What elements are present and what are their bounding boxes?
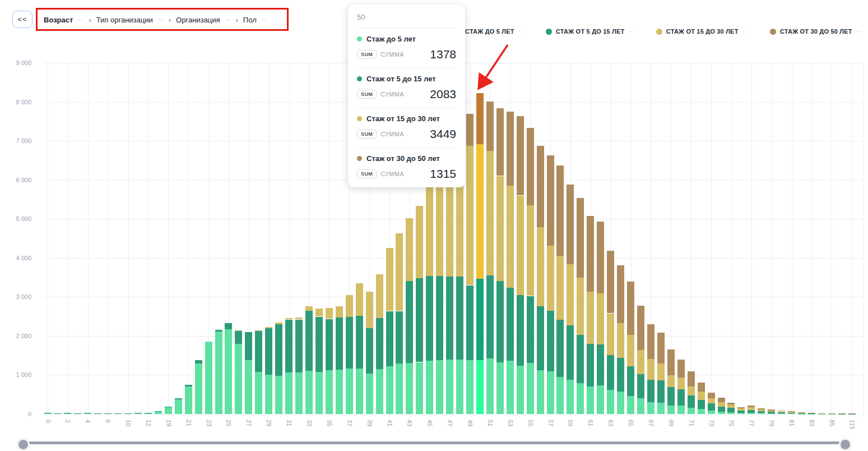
bar-segment[interactable] bbox=[657, 380, 665, 402]
bar-segment[interactable] bbox=[44, 413, 52, 413]
bar-segment[interactable] bbox=[647, 380, 655, 402]
bar-segment[interactable] bbox=[476, 144, 484, 279]
drag-handle-dots-icon[interactable]: ·· bbox=[158, 16, 164, 24]
bar-segment[interactable] bbox=[567, 264, 574, 325]
bar-segment[interactable] bbox=[737, 413, 745, 414]
bar-segment[interactable] bbox=[527, 205, 534, 296]
bar-segment[interactable] bbox=[336, 306, 343, 317]
bar-segment[interactable] bbox=[215, 330, 222, 332]
bar-segment[interactable] bbox=[175, 399, 182, 414]
bar-segment[interactable] bbox=[305, 311, 313, 371]
bar-segment[interactable] bbox=[748, 410, 755, 413]
drag-handle-dots-icon[interactable]: ·· bbox=[225, 16, 231, 24]
bar-segment[interactable] bbox=[195, 363, 202, 414]
bar-segment[interactable] bbox=[114, 413, 122, 414]
bar-segment[interactable] bbox=[818, 413, 825, 414]
bar-segment[interactable] bbox=[466, 114, 474, 146]
bar-segment[interactable] bbox=[275, 324, 282, 376]
bar-segment[interactable] bbox=[295, 317, 303, 319]
bar-segment[interactable] bbox=[537, 227, 544, 306]
bar-segment[interactable] bbox=[64, 413, 71, 413]
bar-segment[interactable] bbox=[225, 323, 232, 329]
bar-segment[interactable] bbox=[376, 274, 383, 318]
bar-segment[interactable] bbox=[556, 320, 564, 377]
bar-segment[interactable] bbox=[708, 398, 715, 403]
bar-segment[interactable] bbox=[567, 380, 574, 414]
bar-segment[interactable] bbox=[597, 293, 604, 345]
bar-segment[interactable] bbox=[517, 116, 524, 196]
bar-segment[interactable] bbox=[245, 332, 252, 360]
navigator-left-handle[interactable] bbox=[17, 438, 30, 451]
bar-segment[interactable] bbox=[517, 295, 524, 366]
bar-segment[interactable] bbox=[84, 413, 91, 413]
bar-segment[interactable] bbox=[828, 413, 835, 414]
bar-segment[interactable] bbox=[496, 176, 504, 281]
bar-segment[interactable] bbox=[295, 320, 303, 373]
bar-segment[interactable] bbox=[366, 292, 373, 328]
bar-segment[interactable] bbox=[657, 363, 665, 380]
bar-segment[interactable] bbox=[456, 277, 463, 359]
legend-item[interactable]: СТАЖ ДО 5 ЛЕТ ·· bbox=[455, 28, 523, 35]
bar-segment[interactable] bbox=[486, 358, 494, 414]
bar-segment[interactable] bbox=[336, 370, 343, 414]
bar-segment[interactable] bbox=[778, 413, 785, 414]
bar-segment[interactable] bbox=[175, 398, 182, 399]
bar-segment[interactable] bbox=[667, 349, 675, 375]
bar-segment[interactable] bbox=[537, 306, 544, 370]
bar-segment[interactable] bbox=[607, 355, 614, 390]
bar-segment[interactable] bbox=[285, 372, 293, 414]
bar-segment[interactable] bbox=[627, 282, 634, 335]
bar-segment[interactable] bbox=[235, 344, 242, 414]
bar-segment[interactable] bbox=[376, 318, 383, 370]
bar-segment[interactable] bbox=[556, 165, 564, 256]
bar-segment[interactable] bbox=[155, 412, 162, 414]
bar-segment[interactable] bbox=[245, 360, 252, 414]
bar-segment[interactable] bbox=[305, 371, 313, 414]
bar-segment[interactable] bbox=[305, 306, 313, 310]
bar-segment[interactable] bbox=[94, 413, 101, 414]
bar-segment[interactable] bbox=[547, 246, 554, 311]
bar-segment[interactable] bbox=[466, 146, 474, 285]
bar-segment[interactable] bbox=[667, 387, 675, 406]
bar-segment[interactable] bbox=[235, 331, 242, 344]
bar-segment[interactable] bbox=[617, 265, 624, 323]
bar-segment[interactable] bbox=[406, 218, 413, 281]
bar-segment[interactable] bbox=[275, 376, 282, 414]
bar-segment[interactable] bbox=[748, 407, 755, 410]
bar-segment[interactable] bbox=[456, 360, 463, 414]
collapse-breadcrumb-button[interactable]: << bbox=[12, 11, 33, 28]
drag-handle-dots-icon[interactable]: ·· bbox=[78, 16, 83, 24]
bar-segment[interactable] bbox=[416, 278, 423, 362]
bar-segment[interactable] bbox=[496, 281, 504, 363]
bar-segment[interactable] bbox=[758, 413, 765, 414]
bar-segment[interactable] bbox=[758, 408, 765, 409]
bar-segment[interactable] bbox=[647, 359, 655, 380]
bar-segment[interactable] bbox=[567, 185, 574, 265]
bar-segment[interactable] bbox=[698, 400, 705, 409]
bar-segment[interactable] bbox=[527, 296, 534, 363]
bar-segment[interactable] bbox=[698, 383, 705, 392]
bar-segment[interactable] bbox=[537, 370, 544, 414]
bar-segment[interactable] bbox=[737, 407, 745, 408]
bar-segment[interactable] bbox=[718, 398, 725, 402]
bar-segment[interactable] bbox=[667, 375, 675, 387]
bar-segment[interactable] bbox=[597, 385, 604, 414]
bar-segment[interactable] bbox=[225, 329, 232, 414]
bar-segment[interactable] bbox=[547, 371, 554, 414]
bar-segment[interactable] bbox=[607, 314, 614, 355]
bar-segment[interactable] bbox=[768, 411, 775, 412]
bar-segment[interactable] bbox=[326, 319, 333, 371]
bar-segment[interactable] bbox=[547, 155, 554, 246]
bar-segment[interactable] bbox=[718, 407, 725, 412]
bar-segment[interactable] bbox=[326, 308, 333, 319]
bar-segment[interactable] bbox=[265, 328, 272, 375]
bar-segment[interactable] bbox=[617, 358, 624, 391]
bar-segment[interactable] bbox=[134, 413, 142, 413]
bar-segment[interactable] bbox=[667, 406, 675, 414]
bar-segment[interactable] bbox=[496, 108, 504, 176]
bar-segment[interactable] bbox=[356, 283, 363, 316]
bar-segment[interactable] bbox=[677, 406, 685, 414]
bar-segment[interactable] bbox=[556, 377, 564, 414]
bar-segment[interactable] bbox=[627, 396, 634, 414]
bar-segment[interactable] bbox=[527, 128, 534, 205]
